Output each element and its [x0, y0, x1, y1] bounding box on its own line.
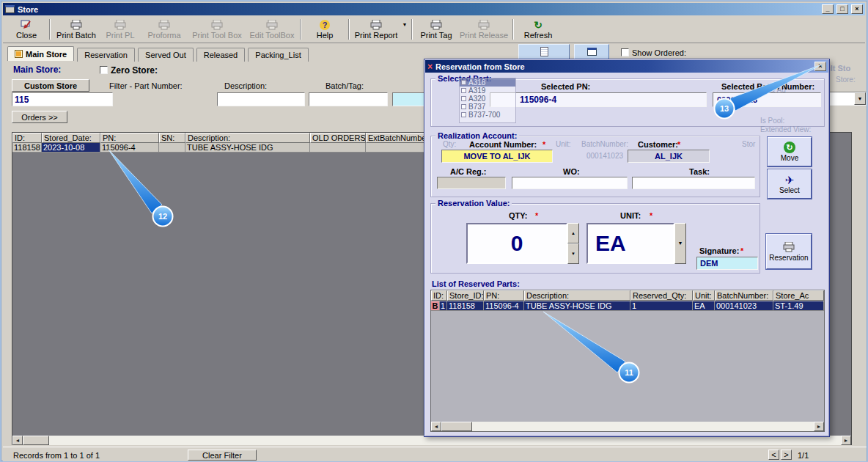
cell-store-ac[interactable]: ST-1.49 — [773, 301, 824, 311]
minimize-button[interactable]: _ — [822, 4, 834, 14]
column-header[interactable]: Description: — [185, 133, 310, 143]
batch-note-button[interactable] — [518, 44, 570, 59]
tab-main-store[interactable]: Main Store — [7, 46, 74, 61]
tab-released[interactable]: Released — [196, 48, 245, 62]
ac-reg-field[interactable] — [437, 177, 506, 189]
zero-store-label: Zero Store: — [111, 65, 158, 76]
print-tool-box-button[interactable]: Print Tool Box — [188, 16, 246, 43]
description-input[interactable] — [217, 92, 305, 106]
refresh-button[interactable]: ↻ Refresh — [516, 16, 560, 43]
close-button[interactable]: Close — [6, 16, 47, 43]
table-row[interactable]: 118158 2023-10-08 115096-4 TUBE ASSY-HOS… — [12, 143, 432, 153]
spinner-up-button[interactable]: ▲ — [567, 223, 579, 243]
cell-id[interactable]: 118158 — [12, 143, 42, 153]
part-number-input[interactable] — [12, 92, 113, 106]
column-header[interactable]: PN: — [100, 133, 159, 143]
store-combo-dropdown[interactable]: ▼ — [854, 92, 866, 105]
window-title: Store — [18, 5, 819, 14]
column-header[interactable]: Stored_Date: — [42, 133, 100, 143]
tab-packing-list[interactable]: Packing_List — [248, 48, 308, 62]
ghost-list-item: B737-700 — [460, 111, 515, 119]
cell-batch-number[interactable]: 000141023 — [715, 301, 773, 311]
cell-stored-date[interactable]: 2023-10-08 — [42, 143, 100, 153]
print-tag-button[interactable]: Print Tag — [415, 16, 457, 43]
column-header[interactable]: OLD ORDERS: — [310, 133, 366, 143]
close-window-button[interactable]: × — [851, 4, 863, 14]
unit-combo-dropdown[interactable]: ▼ — [674, 223, 686, 264]
cell-description[interactable]: TUBE ASSY-HOSE IDG — [185, 143, 310, 153]
cell-description[interactable]: TUBE ASSY-HOSE IDG — [524, 301, 630, 311]
print-report-button[interactable]: Print Report — [352, 16, 400, 43]
orders-button[interactable]: Orders >> — [12, 111, 67, 123]
page-prev-button[interactable]: < — [768, 450, 779, 460]
custom-store-button[interactable]: Custom Store — [12, 79, 89, 92]
cell-pn[interactable]: 115096-4 — [100, 143, 159, 153]
export-window-button[interactable] — [574, 44, 609, 59]
customer-field[interactable]: AL_IJK — [628, 150, 710, 163]
row-marker-cell[interactable]: B — [431, 301, 440, 311]
cell-reserved-qty[interactable]: 1 — [630, 301, 693, 311]
cell-pn[interactable]: 115096-4 — [484, 301, 524, 311]
column-header[interactable]: ID: — [12, 133, 42, 143]
tab-served-out[interactable]: Served Out — [138, 48, 194, 62]
toolbar-button-label: Print Release — [460, 31, 508, 40]
tab-reservation[interactable]: Reservation — [77, 48, 135, 62]
print-batch-button[interactable]: Print Batch — [53, 16, 100, 43]
task-field[interactable] — [632, 177, 755, 189]
reservation-button[interactable]: Reservation — [766, 234, 812, 269]
clear-filter-button[interactable]: Clear Filter — [188, 450, 257, 461]
cell-sn[interactable] — [159, 143, 185, 153]
cell-ext-batch[interactable] — [366, 143, 432, 153]
zero-store-checkbox[interactable] — [100, 66, 108, 74]
signature-field[interactable]: DEM — [696, 257, 758, 270]
title-bar: Store _ □ × — [3, 3, 865, 15]
qty-field[interactable]: 0 — [466, 223, 567, 264]
printer-icon — [70, 19, 82, 30]
column-header[interactable]: ID: — [431, 290, 447, 301]
column-header[interactable]: Unit: — [693, 290, 715, 301]
scroll-thumb[interactable] — [23, 436, 49, 445]
page-next-button[interactable]: > — [781, 450, 792, 460]
scroll-right-button[interactable]: ► — [841, 436, 851, 445]
column-header[interactable]: BatchNumber: — [715, 290, 773, 301]
column-header[interactable]: Store_Ac — [773, 290, 824, 301]
table-row[interactable]: B 1 118158 115096-4 TUBE ASSY-HOSE IDG 1… — [431, 301, 824, 311]
window-icon — [587, 48, 597, 56]
spinner-down-button[interactable]: ▼ — [567, 243, 579, 264]
column-header[interactable]: Reserved_Qty: — [630, 290, 693, 301]
dialog-close-button[interactable]: × — [814, 62, 826, 71]
scroll-right-button[interactable]: ► — [814, 422, 824, 431]
scroll-track[interactable] — [472, 422, 814, 431]
dialog-title-bar: × Reservation from Store × — [425, 60, 828, 73]
scroll-thumb[interactable] — [441, 422, 472, 431]
account-number-label: Account Number: — [469, 140, 537, 149]
cell-id[interactable]: 1 — [440, 301, 447, 311]
notepad-icon — [540, 47, 548, 56]
proforma-button[interactable]: Proforma — [141, 16, 188, 43]
cell-store-id[interactable]: 118158 — [447, 301, 484, 311]
account-number-field[interactable]: MOVE TO AL_IJK — [441, 150, 553, 163]
cell-unit[interactable]: EA — [693, 301, 715, 311]
print-report-dropdown[interactable]: ▼ — [400, 16, 409, 43]
cell-old-orders[interactable] — [310, 143, 366, 153]
select-button[interactable]: ✈ Select — [768, 169, 812, 199]
column-header[interactable]: Description: — [524, 290, 630, 301]
print-release-button[interactable]: Print Release — [457, 16, 510, 43]
unit-field[interactable]: EA — [586, 223, 674, 264]
wo-field[interactable] — [512, 177, 628, 189]
show-ordered-checkbox[interactable] — [621, 48, 629, 56]
column-header[interactable]: ExtBatchNumber: — [366, 133, 432, 143]
help-button[interactable]: ? Help — [304, 16, 346, 43]
show-ordered-label: Show Ordered: — [632, 48, 686, 57]
edit-toolbox-button[interactable]: Edit ToolBox — [246, 16, 298, 43]
maximize-button[interactable]: □ — [836, 4, 848, 14]
scroll-left-button[interactable]: ◄ — [431, 422, 441, 431]
scroll-left-button[interactable]: ◄ — [12, 436, 23, 445]
ghost-list-item: A318 — [460, 78, 515, 87]
column-header[interactable]: SN: — [159, 133, 185, 143]
column-header[interactable]: PN: — [484, 290, 524, 301]
move-button[interactable]: ↻ Move — [768, 137, 812, 166]
column-header[interactable]: Store_ID: — [447, 290, 484, 301]
batch-tag-input[interactable] — [309, 92, 388, 106]
print-pl-button[interactable]: Print PL — [100, 16, 141, 43]
